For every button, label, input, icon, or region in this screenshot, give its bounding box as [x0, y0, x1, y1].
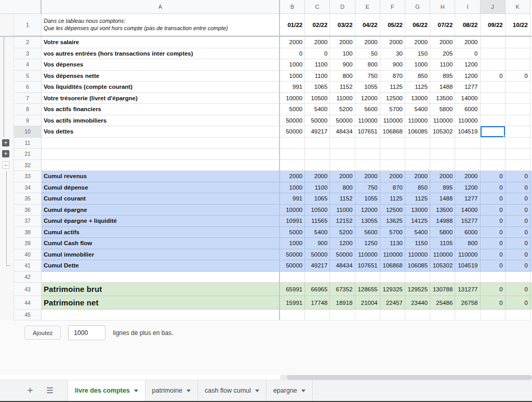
all-sheets-icon[interactable]: ☰ — [44, 386, 56, 395]
cell-H1[interactable]: 07/22 — [430, 14, 455, 36]
cell-D6[interactable]: 1152 — [330, 82, 355, 93]
tab-dropdown-icon[interactable] — [255, 390, 259, 392]
cell-B4[interactable]: 1000 — [280, 59, 305, 71]
expand-group-button-row-21[interactable]: + — [2, 150, 9, 157]
cell-I43[interactable]: 131277 — [455, 283, 480, 296]
column-header-D[interactable]: D — [330, 0, 355, 14]
cell-J11[interactable] — [481, 138, 506, 149]
row-header-21[interactable]: 21 — [14, 149, 42, 160]
cell-J1[interactable]: 09/22 — [481, 14, 506, 36]
cell-E1[interactable]: 04/22 — [355, 14, 380, 36]
cell-I32[interactable] — [455, 160, 480, 171]
cell-G36[interactable]: 13000 — [405, 205, 430, 216]
cell-E32[interactable] — [355, 160, 380, 171]
cell-E9[interactable]: 110000 — [355, 115, 380, 127]
cell-H35[interactable]: 1488 — [430, 193, 455, 205]
cell-K8[interactable] — [506, 104, 530, 115]
cell-C45[interactable] — [305, 310, 330, 320]
cell-A45[interactable] — [42, 310, 280, 320]
cell-I39[interactable]: 800 — [455, 238, 480, 249]
cell-G1[interactable]: 06/22 — [405, 14, 430, 36]
cell-A8[interactable]: Vos actifs financiers — [42, 104, 280, 115]
cell-H37[interactable]: 14988 — [430, 216, 455, 227]
cell-G38[interactable]: 5400 — [405, 227, 430, 238]
cell-J37[interactable]: 0 — [481, 216, 506, 227]
cell-D45[interactable] — [330, 310, 355, 320]
cell-C38[interactable]: 5400 — [305, 227, 330, 238]
cell-K38[interactable]: 0 — [506, 227, 530, 238]
cell-E39[interactable]: 1250 — [355, 238, 380, 249]
row-header-2[interactable]: 2 — [14, 37, 42, 48]
cell-D35[interactable]: 1152 — [330, 193, 355, 205]
row-header-4[interactable]: 4 — [14, 59, 42, 71]
cell-G21[interactable] — [405, 149, 430, 160]
cell-G32[interactable] — [405, 160, 430, 171]
row-header-7[interactable]: 7 — [14, 93, 42, 104]
cell-D42[interactable] — [330, 272, 355, 283]
cell-F38[interactable]: 5700 — [380, 227, 405, 238]
cell-D8[interactable]: 5200 — [330, 104, 355, 115]
tab-dropdown-icon[interactable] — [134, 390, 138, 392]
cell-J10[interactable] — [481, 126, 506, 138]
cell-F2[interactable]: 2000 — [380, 37, 405, 48]
row-header-1[interactable]: 1 — [14, 14, 42, 36]
cell-G44[interactable]: 23440 — [405, 296, 430, 310]
cell-C43[interactable]: 66965 — [305, 283, 330, 296]
cell-E10[interactable]: 107651 — [355, 126, 380, 138]
cell-A44[interactable]: Patrimoine net — [42, 296, 280, 310]
cell-K35[interactable]: 0 — [506, 193, 530, 205]
cell-A41[interactable]: Cumul Dette — [42, 260, 280, 272]
cell-B41[interactable]: 50000 — [280, 260, 305, 272]
cell-A6[interactable]: Vos liquidités (compte courant) — [42, 82, 280, 93]
cell-J41[interactable]: 0 — [481, 260, 506, 272]
cell-C32[interactable] — [305, 160, 330, 171]
cell-K39[interactable]: 0 — [506, 238, 530, 249]
row-header-43[interactable]: 43 — [14, 283, 42, 296]
cell-B34[interactable]: 1000 — [280, 182, 305, 194]
cell-I11[interactable] — [455, 138, 480, 149]
cell-J32[interactable] — [481, 160, 506, 171]
cell-F6[interactable]: 1125 — [380, 82, 405, 93]
cell-D39[interactable]: 1200 — [330, 238, 355, 249]
cell-E41[interactable]: 107651 — [355, 260, 380, 272]
cell-B8[interactable]: 5000 — [280, 104, 305, 115]
cell-K11[interactable] — [506, 138, 530, 149]
cell-A2[interactable]: Votre salaire — [42, 37, 280, 48]
cell-D5[interactable]: 800 — [330, 71, 355, 82]
cell-J8[interactable] — [481, 104, 506, 115]
cell-A42[interactable] — [42, 272, 280, 283]
column-header-F[interactable]: F — [380, 0, 405, 14]
cell-A9[interactable]: Vos actifs immobiliers — [42, 115, 280, 127]
cell-H40[interactable]: 110000 — [430, 249, 455, 261]
cell-C1[interactable]: 02/22 — [305, 14, 330, 36]
cell-G35[interactable]: 1125 — [405, 193, 430, 205]
cell-B5[interactable]: 1000 — [280, 71, 305, 82]
cell-D33[interactable]: 2000 — [330, 171, 355, 182]
cell-C9[interactable]: 50000 — [305, 115, 330, 127]
cell-H5[interactable]: 895 — [430, 71, 455, 82]
cell-F4[interactable]: 900 — [380, 59, 405, 71]
cell-K21[interactable] — [506, 149, 530, 160]
cell-H42[interactable] — [430, 272, 455, 283]
cell-J40[interactable]: 0 — [481, 249, 506, 261]
cell-E11[interactable] — [355, 138, 380, 149]
row-header-32[interactable]: 32 — [14, 160, 42, 171]
cell-C4[interactable]: 1100 — [305, 59, 330, 71]
cell-H4[interactable]: 1100 — [430, 59, 455, 71]
cell-K6[interactable] — [506, 82, 530, 93]
cell-H44[interactable]: 25486 — [430, 296, 455, 310]
cell-F3[interactable]: 30 — [380, 48, 405, 60]
cell-E7[interactable]: 12000 — [355, 93, 380, 104]
cell-F35[interactable]: 1125 — [380, 193, 405, 205]
cell-H7[interactable]: 13500 — [430, 93, 455, 104]
row-header-33[interactable]: 33 — [14, 171, 42, 182]
column-header-E[interactable]: E — [355, 0, 380, 14]
row-header-42[interactable]: 42 — [14, 272, 42, 283]
cell-I38[interactable]: 6000 — [455, 227, 480, 238]
cell-A21[interactable] — [42, 149, 280, 160]
cell-B10[interactable]: 50000 — [280, 126, 305, 138]
cell-H9[interactable]: 110000 — [430, 115, 455, 127]
cell-G39[interactable]: 1150 — [405, 238, 430, 249]
cell-C8[interactable]: 5400 — [305, 104, 330, 115]
cell-J42[interactable] — [481, 272, 506, 283]
